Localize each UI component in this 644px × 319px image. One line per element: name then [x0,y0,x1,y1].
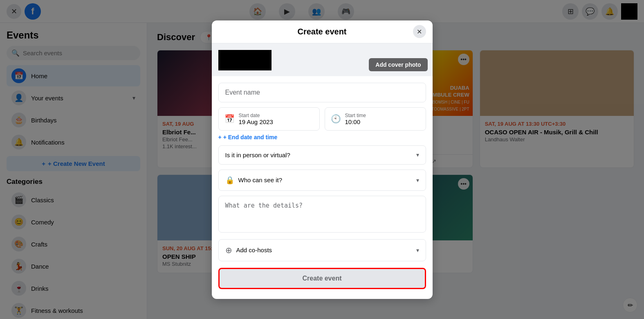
date-time-row: 📅 Start date 19 Aug 2023 🕙 Start time 10… [218,107,426,131]
modal-overlay: Create event ✕ Add cover photo 📅 Start [0,0,644,319]
chevron-down-icon-2: ▾ [416,177,419,183]
add-end-date-button[interactable]: + + End date and time [218,134,426,140]
event-name-input[interactable] [218,83,426,102]
close-icon: ✕ [417,28,422,36]
calendar-icon: 📅 [224,114,235,124]
start-time-field[interactable]: 🕙 Start time 10:00 [325,107,426,131]
in-person-virtual-select[interactable]: Is it in person or virtual? ▾ [218,145,426,165]
co-hosts-label: Add co-hosts [236,247,412,253]
start-date-value: 19 Aug 2023 [239,118,273,125]
cover-black-box [218,50,272,70]
plus-icon: + [218,134,222,140]
who-can-see-label: Who can see it? [238,176,412,183]
modal-close-button[interactable]: ✕ [413,25,426,38]
details-textarea[interactable] [218,196,426,233]
add-co-hosts-row[interactable]: ⊕ Add co-hosts ▾ [218,239,426,261]
start-time-label: Start time [345,113,366,118]
add-cover-photo-label: Add cover photo [375,61,421,68]
modal-body: Add cover photo 📅 Start date 19 Aug 2023… [212,43,433,299]
modal-header: Create event ✕ [212,20,433,43]
add-cohosts-icon: ⊕ [225,245,232,255]
form-body: 📅 Start date 19 Aug 2023 🕙 Start time 10… [212,76,433,299]
start-date-label: Start date [239,113,273,118]
chevron-down-icon: ▾ [416,152,419,158]
create-event-submit-label: Create event [302,275,341,282]
clock-icon: 🕙 [331,114,341,124]
cover-photo-area: Add cover photo [212,43,433,76]
create-event-button[interactable]: Create event [218,268,426,289]
modal-title: Create event [297,27,346,36]
start-time-value: 10:00 [345,118,366,125]
add-cover-photo-button[interactable]: Add cover photo [369,58,427,71]
chevron-down-icon-cohosts: ▾ [416,247,419,253]
create-event-modal: Create event ✕ Add cover photo 📅 Start [212,20,433,299]
start-date-field[interactable]: 📅 Start date 19 Aug 2023 [218,107,320,131]
lock-icon: 🔒 [225,176,234,185]
end-date-label: + End date and time [223,134,278,140]
in-person-label: Is it in person or virtual? [225,152,412,158]
who-can-see-select[interactable]: 🔒 Who can see it? ▾ [218,170,426,191]
